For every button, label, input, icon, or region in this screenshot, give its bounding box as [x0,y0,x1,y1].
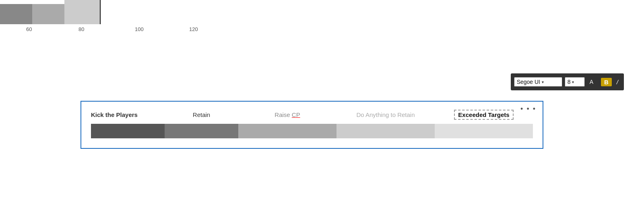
legend-label-kick: Kick the Players [91,111,165,118]
font-size-value: 8 [568,79,571,85]
color-blocks [0,0,101,24]
legend-label-raise-cp: Raise CP [238,111,336,118]
axis-label-120: 120 [189,26,198,32]
font-color-chevron-icon: ▾ [594,80,596,84]
axis-label-60: 60 [26,26,32,32]
formatting-toolbar: Segoe UI ▾ 8 ▾ A ▾ B / [511,73,624,90]
bar-segment-medium [238,124,336,138]
chart-bar-60 [0,4,32,24]
legend-box: • • • Kick the Players Retain Raise CP D… [80,101,543,149]
legend-color-bar [91,124,533,138]
font-family-select[interactable]: Segoe UI ▾ [514,77,562,87]
chart-bar-100 [64,0,101,24]
raise-cp-underline: CP [292,111,300,118]
chart-bar-80 [32,4,64,24]
legend-label-exceeded: Exceeded Targets [435,110,533,120]
more-options-button[interactable]: • • • [520,105,536,113]
legend-label-retain: Retain [165,111,238,118]
exceeded-targets-box: Exceeded Targets [454,110,513,120]
chart-area: 60 80 100 120 [0,0,209,44]
legend-label-do-anything: Do Anything to Retain [336,111,435,118]
font-color-button[interactable]: A ▾ [587,78,599,86]
axis-label-80: 80 [78,26,84,32]
bar-segment-light [336,124,435,138]
italic-button[interactable]: / [614,78,621,86]
bold-label: B [604,79,609,85]
italic-label: / [617,79,618,85]
bar-segment-darkest [91,124,165,138]
legend-labels-row: Kick the Players Retain Raise CP Do Anyt… [91,110,533,120]
font-size-chevron-icon: ▾ [572,80,574,84]
a-label: A [590,79,593,85]
font-family-chevron-icon: ▾ [542,80,544,84]
font-family-value: Segoe UI [517,79,540,85]
axis-label-100: 100 [135,26,144,32]
bold-button[interactable]: B [601,78,612,86]
bar-segment-dark [165,124,238,138]
raise-label-text: Raise [275,111,292,118]
bar-segment-lightest [435,124,533,138]
font-size-select[interactable]: 8 ▾ [565,77,585,87]
